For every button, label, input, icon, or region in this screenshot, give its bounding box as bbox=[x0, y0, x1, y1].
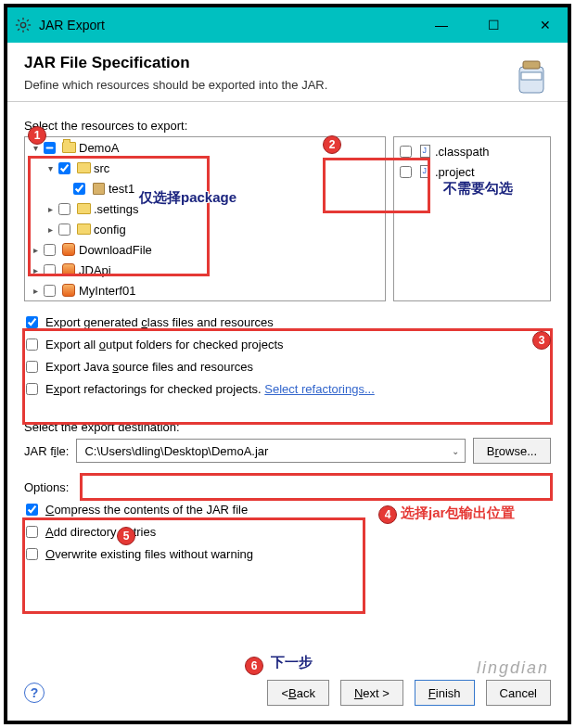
checkbox-label: Export refactorings for checked projects… bbox=[45, 382, 375, 396]
tree-checkbox[interactable] bbox=[44, 264, 56, 276]
checkbox-label: Export generated class files and resourc… bbox=[45, 315, 274, 329]
svg-rect-10 bbox=[523, 61, 540, 69]
annotation-badge-2: 2 bbox=[323, 135, 341, 154]
tree-label: DownloadFile bbox=[79, 243, 152, 257]
window-title: JAR Export bbox=[39, 18, 427, 32]
annotation-badge-1: 1 bbox=[28, 126, 46, 145]
help-button[interactable]: ? bbox=[24, 683, 45, 703]
tree-checkbox[interactable] bbox=[73, 183, 85, 195]
file-icon bbox=[420, 145, 430, 158]
minimize-button[interactable]: — bbox=[427, 18, 456, 32]
gear-icon bbox=[15, 17, 32, 33]
checkbox-label: Overwrite existing files without warning bbox=[45, 547, 253, 561]
annotation-badge-4: 4 bbox=[378, 505, 397, 524]
button-bar: ? < Back Next > Finish Cancel bbox=[7, 672, 568, 713]
resource-tree[interactable]: ▾DemoA ▾src test1 ▸.settings ▸config ▸Do… bbox=[24, 136, 386, 301]
add-directory-checkbox[interactable] bbox=[26, 526, 38, 538]
jar-file-combo[interactable]: ⌄ bbox=[76, 439, 465, 463]
cancel-button[interactable]: Cancel bbox=[486, 680, 551, 706]
chevron-down-icon[interactable]: ⌄ bbox=[452, 446, 459, 456]
tree-label: config bbox=[94, 223, 126, 236]
export-source-files-checkbox[interactable] bbox=[26, 361, 38, 373]
tree-checkbox[interactable] bbox=[58, 224, 70, 236]
plugin-icon bbox=[62, 284, 75, 297]
options-label: Options: bbox=[24, 480, 551, 494]
jar-file-label: JAR file: bbox=[24, 444, 69, 458]
tree-label: test1 bbox=[109, 182, 134, 196]
package-icon bbox=[93, 183, 105, 195]
chevron-down-icon[interactable]: ▾ bbox=[44, 163, 57, 173]
plugin-icon bbox=[62, 263, 75, 276]
export-class-files-checkbox[interactable] bbox=[26, 316, 38, 328]
browse-button[interactable]: Browse... bbox=[473, 438, 551, 464]
overwrite-checkbox[interactable] bbox=[26, 548, 38, 560]
svg-line-6 bbox=[27, 29, 29, 31]
tree-label: src bbox=[94, 161, 109, 175]
svg-rect-11 bbox=[521, 72, 542, 80]
checkbox-label: Compress the contents of the JAR file bbox=[45, 503, 248, 517]
chevron-right-icon[interactable]: ▸ bbox=[29, 245, 42, 255]
checkbox-label: Export all output folders for checked pr… bbox=[45, 338, 284, 351]
annotation-next-step: 下一步 bbox=[271, 654, 313, 671]
tree-checkbox[interactable] bbox=[44, 244, 56, 256]
tree-checkbox[interactable] bbox=[44, 285, 56, 297]
chevron-right-icon[interactable]: ▸ bbox=[44, 224, 57, 235]
destination-label: Select the export destination: bbox=[24, 420, 551, 434]
chevron-right-icon[interactable]: ▸ bbox=[29, 286, 42, 296]
jar-icon bbox=[510, 54, 553, 96]
svg-line-7 bbox=[27, 19, 29, 21]
annotation-badge-3: 3 bbox=[532, 331, 551, 350]
chevron-right-icon[interactable]: ▸ bbox=[44, 204, 57, 214]
checkbox-label: Add directory entries bbox=[45, 525, 156, 539]
back-button[interactable]: < Back bbox=[267, 680, 329, 706]
file-checkbox[interactable] bbox=[400, 146, 412, 158]
export-refactorings-checkbox[interactable] bbox=[26, 383, 38, 395]
svg-line-5 bbox=[18, 19, 19, 21]
checkbox-label: Export Java source files and resources bbox=[45, 360, 253, 374]
file-label: .classpath bbox=[435, 145, 490, 159]
annotation-badge-5: 5 bbox=[117, 527, 135, 545]
next-button[interactable]: Next > bbox=[340, 680, 403, 706]
close-button[interactable]: ✕ bbox=[530, 18, 560, 32]
tree-checkbox[interactable] bbox=[58, 162, 70, 174]
tree-label: JDApi bbox=[79, 263, 111, 277]
svg-line-8 bbox=[18, 29, 19, 31]
tree-label: DemoA bbox=[79, 141, 119, 155]
select-refactorings-link[interactable]: Select refactorings... bbox=[264, 382, 375, 396]
folder-open-icon bbox=[62, 142, 76, 153]
page-subtitle: Define which resources should be exporte… bbox=[24, 78, 551, 92]
tree-checkbox[interactable] bbox=[58, 203, 70, 215]
export-output-folders-checkbox[interactable] bbox=[26, 338, 38, 351]
finish-button[interactable]: Finish bbox=[415, 680, 475, 706]
tree-label: .settings bbox=[94, 202, 138, 216]
tree-label: MyInterf01 bbox=[79, 284, 135, 298]
maximize-button[interactable]: ☐ bbox=[479, 18, 508, 32]
file-icon bbox=[420, 165, 430, 178]
wizard-header: JAR File Specification Define which reso… bbox=[7, 43, 568, 102]
resources-label: Select the resources to export: bbox=[24, 119, 551, 133]
plugin-icon bbox=[62, 243, 75, 256]
page-title: JAR File Specification bbox=[24, 54, 551, 72]
file-label: .project bbox=[435, 165, 475, 179]
titlebar: JAR Export — ☐ ✕ bbox=[7, 7, 568, 43]
file-list[interactable]: .classpath .project bbox=[393, 136, 551, 301]
folder-icon bbox=[77, 203, 91, 214]
folder-icon bbox=[77, 162, 91, 173]
jar-file-input[interactable] bbox=[83, 443, 451, 459]
svg-point-0 bbox=[20, 22, 25, 27]
folder-icon bbox=[77, 224, 91, 235]
annotation-badge-6: 6 bbox=[245, 657, 263, 675]
compress-checkbox[interactable] bbox=[26, 504, 38, 516]
tree-checkbox[interactable] bbox=[44, 142, 56, 154]
file-checkbox[interactable] bbox=[400, 166, 412, 178]
chevron-right-icon[interactable]: ▸ bbox=[29, 265, 42, 275]
